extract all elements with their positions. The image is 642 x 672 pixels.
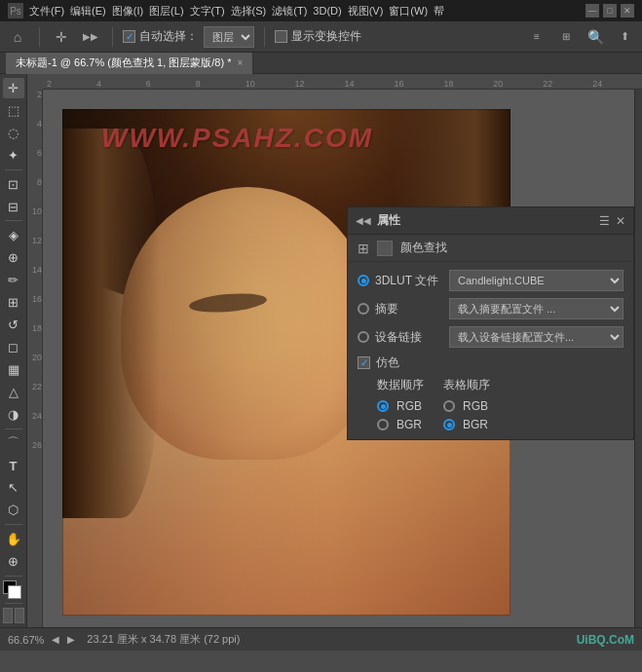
- tool-lasso[interactable]: ◌: [3, 123, 24, 143]
- ruler-mark: 20: [493, 79, 543, 89]
- select-device[interactable]: 载入设备链接配置文件...: [449, 326, 623, 348]
- tool-heal[interactable]: ⊕: [3, 247, 24, 268]
- label-abstract: 摘要: [375, 301, 443, 317]
- radio-col2-rgb[interactable]: [443, 400, 455, 412]
- dither-options: 数据顺序 RGB BGR: [358, 377, 623, 431]
- transform-icon[interactable]: ▶▶: [79, 25, 102, 49]
- label-col1-rgb: RGB: [397, 399, 422, 413]
- label-3dlut: 3DLUT 文件: [375, 273, 443, 289]
- panel-color-icon: [377, 241, 393, 256]
- radio-abstract[interactable]: [358, 303, 369, 315]
- ruler-mark-v: 26: [32, 440, 42, 469]
- label-col2-bgr: BGR: [463, 418, 488, 431]
- ruler-mark-v: 4: [37, 119, 42, 148]
- tool-hand[interactable]: ✋: [3, 529, 24, 549]
- background-color[interactable]: [8, 585, 21, 599]
- app-icon: Ps: [8, 3, 23, 19]
- tool-eyedropper[interactable]: ◈: [3, 225, 24, 245]
- tool-crop[interactable]: ⊡: [3, 174, 24, 195]
- panel-close-icon[interactable]: ✕: [616, 214, 625, 228]
- tool-move[interactable]: ✛: [3, 78, 24, 98]
- quick-mode-button[interactable]: [15, 608, 24, 623]
- tool-blur[interactable]: △: [3, 382, 24, 402]
- menu-text[interactable]: 文字(T): [190, 4, 225, 19]
- move-tool-icon[interactable]: ✛: [50, 25, 73, 49]
- align-icon[interactable]: ≡: [525, 25, 548, 49]
- color-swatches[interactable]: [3, 580, 24, 599]
- panel-row-device: 设备链接 载入设备链接配置文件...: [358, 326, 623, 348]
- ruler-marks-h: 2 4 6 8 10 12 14 16 18 20 22 24: [43, 74, 642, 89]
- tool-shape[interactable]: ⬡: [3, 500, 24, 520]
- radio-col2-bgr[interactable]: [443, 419, 455, 430]
- panel-menu-icon[interactable]: ☰: [599, 214, 610, 228]
- tool-clone[interactable]: ⊞: [3, 292, 24, 313]
- distribute-icon[interactable]: ⊞: [554, 25, 578, 49]
- menu-image[interactable]: 图像(I): [112, 4, 143, 19]
- radio-device[interactable]: [358, 331, 369, 343]
- zoom-level: 66.67%: [8, 634, 44, 646]
- tool-dodge[interactable]: ◑: [3, 404, 24, 425]
- tool-eraser[interactable]: ◻: [3, 337, 24, 357]
- transform-check[interactable]: [275, 30, 287, 43]
- layer-select[interactable]: 图层: [204, 26, 254, 48]
- menu-view[interactable]: 视图(V): [348, 4, 384, 19]
- tool-history-brush[interactable]: ↺: [3, 315, 24, 335]
- auto-select-checkbox[interactable]: ✓ 自动选择：: [123, 28, 198, 45]
- tool-path-selection[interactable]: ↖: [3, 478, 24, 499]
- tool-magic-wand[interactable]: ✦: [3, 145, 24, 166]
- toolbar-separator-3: [264, 27, 265, 47]
- tool-marquee[interactable]: ⬚: [3, 100, 24, 121]
- share-icon[interactable]: ⬆: [613, 25, 636, 49]
- panel-title: 属性: [377, 212, 400, 229]
- close-button[interactable]: ✕: [621, 4, 634, 18]
- panel-header-left: ◀◀ 属性: [356, 212, 400, 229]
- dither-section: 仿色 数据顺序 RGB: [358, 355, 623, 431]
- nav-next-button[interactable]: ▶: [67, 634, 79, 646]
- properties-panel: ◀◀ 属性 ☰ ✕ ⊞ 颜色查找: [347, 206, 634, 440]
- radio-3dlut[interactable]: [358, 275, 369, 286]
- tool-slice[interactable]: ⊟: [3, 197, 24, 217]
- ruler-mark: 4: [96, 79, 146, 89]
- panel-row-abstract: 摘要 载入摘要配置文件 ...: [358, 298, 623, 319]
- scrollbar-vertical[interactable]: [634, 90, 642, 627]
- tab-close-button[interactable]: ×: [237, 57, 243, 68]
- select-abstract[interactable]: 载入摘要配置文件 ...: [449, 298, 623, 319]
- menu-help[interactable]: 帮: [434, 4, 444, 19]
- ruler-vertical: 2 4 6 8 10 12 14 16 18 20 22 24 26: [27, 90, 43, 627]
- tool-gradient[interactable]: ▦: [3, 359, 24, 380]
- menu-select[interactable]: 选择(S): [231, 4, 267, 19]
- menu-3d[interactable]: 3D(D): [313, 5, 341, 17]
- tool-brush[interactable]: ✏: [3, 270, 24, 290]
- search-icon[interactable]: 🔍: [584, 25, 607, 49]
- maximize-button[interactable]: □: [603, 4, 617, 18]
- dither-checkbox[interactable]: [358, 356, 370, 369]
- tool-zoom[interactable]: ⊕: [3, 551, 24, 572]
- menu-file[interactable]: 文件(F): [29, 4, 64, 19]
- menu-layer[interactable]: 图层(L): [149, 4, 183, 19]
- dither-col2-row2: BGR: [443, 418, 490, 431]
- nav-prev-button[interactable]: ◀: [52, 634, 63, 646]
- minimize-button[interactable]: —: [585, 4, 599, 18]
- mask-mode-button[interactable]: [3, 608, 13, 623]
- tool-text[interactable]: T: [3, 456, 24, 476]
- ruler-mark-v: 24: [32, 411, 42, 440]
- titlebar: Ps 文件(F) 编辑(E) 图像(I) 图层(L) 文字(T) 选择(S) 滤…: [0, 0, 642, 21]
- document-info: 23.21 厘米 x 34.78 厘米 (72 ppi): [87, 632, 240, 647]
- select-3dlut[interactable]: Candlelight.CUBE: [449, 270, 623, 291]
- show-transform-checkbox[interactable]: 显示变换控件: [275, 28, 361, 45]
- panel-header-icon: ◀◀: [356, 215, 371, 226]
- ruler-mark: 12: [295, 79, 345, 89]
- document-tab[interactable]: 未标题-1 @ 66.7% (颜色查找 1, 图层蒙版/8) * ×: [6, 53, 253, 74]
- radio-col1-rgb[interactable]: [377, 400, 389, 412]
- home-icon[interactable]: ⌂: [6, 25, 29, 49]
- canvas-area: 2 4 6 8 10 12 14 16 18 20 22 24 2 4 6 8 …: [27, 74, 642, 627]
- ruler-mark: 2: [47, 79, 96, 89]
- menu-filter[interactable]: 滤镜(T): [272, 4, 307, 19]
- radio-col1-bgr[interactable]: [377, 419, 389, 430]
- menu-window[interactable]: 窗口(W): [389, 4, 428, 19]
- ruler-mark: 24: [592, 79, 642, 89]
- auto-select-check[interactable]: ✓: [123, 30, 135, 43]
- col1-header: 数据顺序: [377, 377, 424, 393]
- menu-edit[interactable]: 编辑(E): [70, 4, 106, 19]
- tool-pen[interactable]: ⌒: [3, 433, 24, 454]
